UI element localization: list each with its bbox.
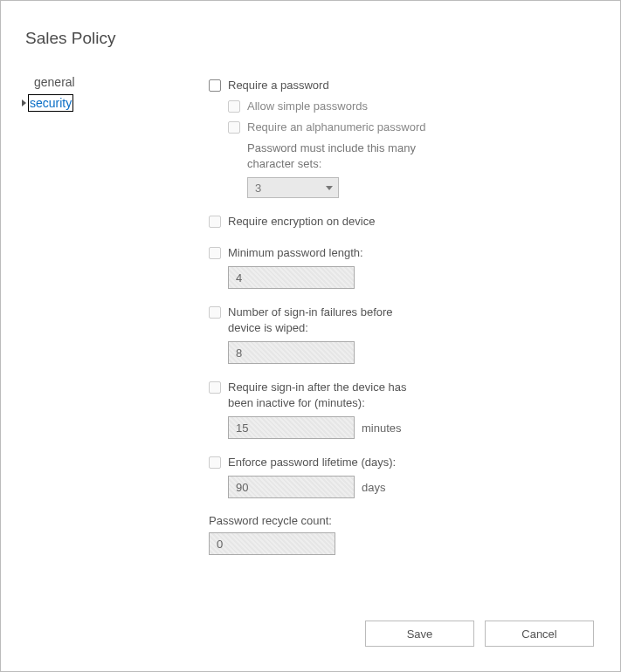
page-title: Sales Policy: [25, 29, 620, 48]
enforce-lifetime-label: Enforce password lifetime (days):: [228, 455, 396, 470]
require-password-label: Require a password: [228, 78, 329, 93]
min-pwd-len-label: Minimum password length:: [228, 245, 363, 261]
require-alnum-label: Require an alphanumeric password: [247, 120, 426, 135]
caret-right-icon: [22, 99, 26, 106]
enforce-lifetime-input[interactable]: [228, 476, 355, 498]
min-pwd-len-checkbox[interactable]: [209, 247, 221, 259]
signin-failures-checkbox[interactable]: [209, 306, 221, 319]
enforce-lifetime-checkbox[interactable]: [209, 456, 221, 469]
enforce-lifetime-unit: days: [362, 481, 385, 494]
chevron-down-icon: [326, 186, 333, 190]
allow-simple-label: Allow simple passwords: [247, 99, 368, 114]
require-encryption-checkbox[interactable]: [209, 216, 221, 228]
require-encryption-label: Require encryption on device: [228, 214, 375, 230]
body: general security Require a password Allo…: [1, 48, 620, 571]
header: Sales Policy: [1, 1, 620, 48]
button-bar: Save Cancel: [365, 621, 594, 647]
save-button[interactable]: Save: [365, 621, 474, 647]
sidebar-item-general[interactable]: general: [22, 72, 106, 92]
sidebar: general security: [1, 72, 106, 571]
sidebar-item-security[interactable]: security: [22, 93, 106, 113]
min-pwd-len-input[interactable]: [228, 266, 355, 289]
require-password-checkbox[interactable]: [209, 79, 221, 92]
charset-select[interactable]: 3: [247, 177, 339, 198]
charset-value: 3: [255, 182, 261, 195]
inactive-unit: minutes: [362, 422, 402, 435]
inactive-input[interactable]: [228, 416, 355, 439]
recycle-input[interactable]: [209, 532, 335, 555]
require-alnum-checkbox[interactable]: [228, 121, 240, 134]
inactive-label: Require sign-in after the device has bee…: [228, 380, 411, 411]
dialog-window: Sales Policy general security Require a …: [0, 0, 621, 672]
signin-failures-input[interactable]: [228, 341, 355, 364]
main-panel: Require a password Allow simple password…: [106, 72, 620, 571]
inactive-checkbox[interactable]: [209, 381, 221, 394]
cancel-button[interactable]: Cancel: [485, 621, 594, 647]
signin-failures-label: Number of sign-in failures before device…: [228, 305, 411, 336]
charset-label: Password must include this many characte…: [247, 141, 431, 172]
allow-simple-checkbox[interactable]: [228, 100, 240, 113]
sidebar-item-label: security: [28, 94, 73, 112]
recycle-label: Password recycle count:: [209, 514, 620, 527]
sidebar-item-label: general: [34, 75, 75, 89]
